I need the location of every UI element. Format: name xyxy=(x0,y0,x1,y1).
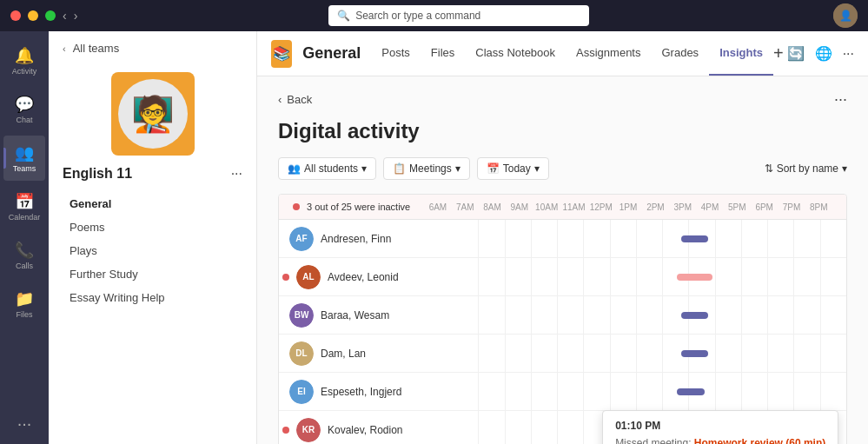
grid-line xyxy=(558,296,584,334)
close-dot[interactable] xyxy=(10,10,21,21)
chevron-down-icon-2: ▾ xyxy=(455,162,461,175)
channel-item-further-study[interactable]: Further Study xyxy=(49,262,256,286)
sidebar-item-chat[interactable]: 💬 Chat xyxy=(3,87,45,132)
team-more-button[interactable]: ··· xyxy=(231,166,242,182)
sidebar-more-button[interactable]: ··· xyxy=(17,414,32,434)
files-icon: 📁 xyxy=(15,289,34,308)
grid-line xyxy=(637,220,663,257)
more-options-button[interactable]: ··· xyxy=(843,46,854,62)
grid-line xyxy=(453,411,479,444)
time-8am: 8AM xyxy=(479,202,506,212)
tab-insights[interactable]: Insights xyxy=(709,31,773,76)
chevron-down-icon: ▾ xyxy=(361,162,367,175)
add-tab-button[interactable]: + xyxy=(773,43,784,63)
chat-label: Chat xyxy=(16,116,32,124)
today-filter[interactable]: 📅 Today ▾ xyxy=(477,157,549,180)
channel-item-essay[interactable]: Essay Writing Help xyxy=(49,286,256,309)
activity-bar xyxy=(677,388,705,395)
grid-line xyxy=(611,335,637,372)
grid-line xyxy=(584,220,610,257)
grid-line xyxy=(742,258,768,295)
sidebar-item-activity[interactable]: 🔔 Activity xyxy=(3,38,45,83)
channel-item-plays[interactable]: Plays xyxy=(49,239,256,262)
user-avatar[interactable]: 👤 xyxy=(833,3,858,28)
student-name: Kovalev, Rodion xyxy=(328,424,403,436)
tab-files[interactable]: Files xyxy=(421,31,465,76)
back-arrow-icon: ‹ xyxy=(278,93,282,106)
table-row[interactable]: BW Baraa, Wesam xyxy=(279,296,846,335)
search-icon: 🔍 xyxy=(337,10,350,22)
refresh-button[interactable]: 🔄 xyxy=(787,45,805,62)
avatar: KR xyxy=(296,418,321,442)
forward-nav-button[interactable]: › xyxy=(74,9,78,23)
grid-line xyxy=(716,373,742,410)
channel-item-general[interactable]: General xyxy=(49,192,256,215)
team-avatar-image: 🧑‍🏫 xyxy=(118,79,188,149)
sort-by-button[interactable]: ⇅ Sort by name ▾ xyxy=(765,162,847,175)
tab-class-notebook[interactable]: Class Notebook xyxy=(465,31,566,76)
insights-inner: ‹ Back ··· Digital activity 👥 All studen… xyxy=(257,76,868,444)
grid-line xyxy=(479,411,505,444)
table-row[interactable]: AL Avdeev, Leonid xyxy=(279,258,846,296)
more-icon[interactable]: ··· xyxy=(834,90,847,109)
globe-button[interactable]: 🌐 xyxy=(815,45,832,62)
search-bar[interactable]: 🔍 Search or type a command xyxy=(328,5,589,26)
today-label: Today xyxy=(503,162,531,175)
avatar-circle: AF xyxy=(289,227,314,251)
sort-icon: ⇅ xyxy=(765,162,773,175)
grid-line xyxy=(453,296,479,334)
tooltip-label: Missed meeting: Homework review (60 min) xyxy=(615,437,825,444)
minimize-dot[interactable] xyxy=(28,10,38,21)
grid-line xyxy=(768,373,794,410)
meetings-filter[interactable]: 📋 Meetings ▾ xyxy=(383,157,470,180)
tooltip-time: 01:10 PM xyxy=(615,420,825,432)
tab-grades[interactable]: Grades xyxy=(651,31,709,76)
all-students-filter[interactable]: 👥 All students ▾ xyxy=(278,157,376,180)
tab-assignments[interactable]: Assignments xyxy=(566,31,651,76)
grid-line xyxy=(611,373,637,410)
english11-section: 🧑‍🏫 xyxy=(49,65,256,162)
table-row[interactable]: EI Espeseth, Ingjerd 01:10 PM xyxy=(279,373,846,411)
avatar-circle: KR xyxy=(296,418,321,442)
grid-line xyxy=(637,335,663,372)
time-5pm: 5PM xyxy=(724,202,751,212)
grid-line xyxy=(794,335,820,372)
grid-line xyxy=(821,220,846,257)
search-placeholder: Search or type a command xyxy=(355,10,480,22)
sidebar-item-files[interactable]: 📁 Files xyxy=(3,282,45,327)
time-10am: 10AM xyxy=(533,202,560,212)
nav-buttons: ‹ › xyxy=(63,9,77,23)
student-name: Dam, Lan xyxy=(321,348,366,360)
files-label: Files xyxy=(16,310,32,319)
channel-item-poems[interactable]: Poems xyxy=(49,215,256,239)
grid-line xyxy=(794,296,820,334)
table-row[interactable]: AF Andresen, Finn xyxy=(279,220,846,258)
table-row[interactable]: DL Dam, Lan xyxy=(279,335,846,373)
grid-line xyxy=(742,220,768,257)
tab-posts[interactable]: Posts xyxy=(371,31,421,76)
grid-line xyxy=(479,258,505,295)
grid-line xyxy=(611,296,637,334)
chat-icon: 💬 xyxy=(15,95,34,114)
sidebar-item-calls[interactable]: 📞 Calls xyxy=(3,233,45,278)
activity-bar xyxy=(681,350,709,357)
grid-line xyxy=(584,296,610,334)
calendar-label: Calendar xyxy=(9,213,41,222)
sidebar-item-teams[interactable]: 👥 Teams xyxy=(3,136,45,181)
back-button[interactable]: ‹ Back ··· xyxy=(278,90,847,109)
sidebar-item-calendar[interactable]: 📅 Calendar xyxy=(3,184,45,229)
grid-line xyxy=(716,220,742,257)
maximize-dot[interactable] xyxy=(45,10,56,21)
grid-line xyxy=(768,220,794,257)
grid-lines xyxy=(453,373,846,410)
all-teams-link[interactable]: ‹ All teams xyxy=(49,31,256,65)
calendar-icon: 📅 xyxy=(15,192,34,211)
student-name: Andresen, Finn xyxy=(321,233,391,245)
back-nav-button[interactable]: ‹ xyxy=(63,9,67,23)
time-1pm: 1PM xyxy=(614,202,641,212)
grid-lines xyxy=(453,335,846,372)
calendar-small-icon: 📅 xyxy=(487,162,500,175)
student-info: KR Kovalev, Rodion xyxy=(279,418,453,442)
grid-lines xyxy=(453,296,846,334)
team-avatar: 🧑‍🏫 xyxy=(111,72,195,156)
